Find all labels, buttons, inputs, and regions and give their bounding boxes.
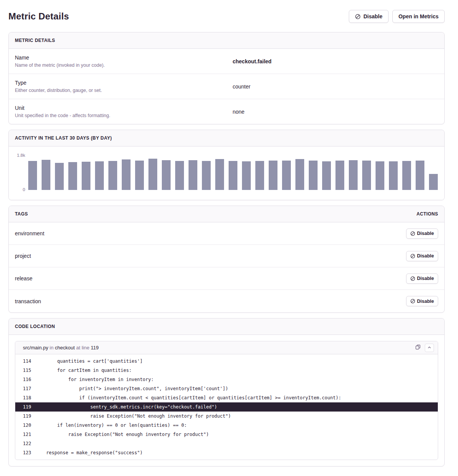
code-line: 117 print("> inventoryItem.count", inven…: [15, 384, 438, 393]
activity-bar: [122, 159, 131, 190]
code-line-text: response = make_response("success"): [35, 448, 438, 457]
metric-row-description: Name of the metric (invoked in your code…: [15, 63, 221, 68]
code-line: 115 for cartItem in quantities:: [15, 366, 438, 375]
activity-bar: [162, 160, 171, 190]
panel-tags-title: TAGS: [15, 211, 28, 217]
code-line-number: 117: [15, 384, 35, 393]
activity-bar: [322, 161, 331, 190]
panel-tags-header: TAGS ACTIONS: [9, 206, 444, 222]
tag-name: project: [15, 253, 31, 259]
topbar: Metric Details Disable Open in Metrics: [8, 10, 445, 23]
metric-row-value: checkout.failed: [233, 58, 272, 64]
disable-tag-button-label: Disable: [417, 299, 434, 304]
panel-metric-details-header: METRIC DETAILS: [9, 32, 444, 49]
collapse-code-button[interactable]: [425, 344, 434, 352]
open-in-metrics-button[interactable]: Open in Metrics: [392, 10, 445, 23]
panel-activity: ACTIVITY IN THE LAST 30 DAYS (BY DAY) 1.…: [8, 130, 445, 200]
code-line-number: 114: [15, 357, 35, 366]
disable-tag-button[interactable]: Disable: [406, 228, 438, 239]
metric-details-page: Metric Details Disable Open in Metrics M…: [0, 0, 458, 476]
code-line-number: 121: [15, 430, 35, 439]
disable-tag-button-label: Disable: [417, 276, 434, 281]
activity-bar: [282, 161, 291, 190]
disable-tag-button[interactable]: Disable: [406, 251, 438, 261]
code-line-number: 116: [15, 375, 35, 384]
open-in-metrics-label: Open in Metrics: [398, 13, 439, 19]
code-line-number: 119: [91, 345, 99, 351]
circle-slash-icon: [410, 276, 415, 281]
activity-bar: [335, 161, 344, 190]
code-line-number: 119: [15, 412, 35, 421]
chevron-up-icon: [427, 345, 431, 351]
y-axis-max-label: 1.8k: [9, 153, 25, 158]
code-line: 116 for inventoryItem in inventory:: [15, 375, 438, 384]
activity-bar: [202, 161, 211, 190]
activity-bar: [255, 161, 264, 190]
code-line: 119 sentry_sdk.metrics.incr(key="checkou…: [15, 402, 438, 412]
code-line-text: sentry_sdk.metrics.incr(key="checkout.fa…: [35, 402, 438, 412]
panel-activity-header: ACTIVITY IN THE LAST 30 DAYS (BY DAY): [9, 130, 444, 146]
panel-code-location-title: CODE LOCATION: [15, 324, 55, 329]
tag-row: project Disable: [9, 245, 444, 267]
code-location-body: src/main.py in checkout at line 119: [9, 335, 444, 466]
disable-tag-button[interactable]: Disable: [406, 273, 438, 284]
code-line-number: 118: [15, 393, 35, 402]
panel-code-location: CODE LOCATION src/main.py in checkout at…: [8, 318, 445, 466]
metric-detail-row: Name Name of the metric (invoked in your…: [9, 49, 444, 74]
code-lines: 114 quantities = cart['quantities'] 115 …: [15, 354, 438, 460]
code-frame: src/main.py in checkout at line 119: [15, 341, 438, 460]
activity-bar: [389, 161, 398, 190]
metric-row-label: Unit: [15, 105, 221, 111]
code-line-number: 122: [15, 439, 35, 448]
metric-row-left: Name Name of the metric (invoked in your…: [9, 49, 227, 74]
disable-tag-button[interactable]: Disable: [406, 296, 438, 306]
activity-bar: [429, 174, 438, 190]
code-line-text: for inventoryItem in inventory:: [35, 375, 438, 384]
code-line-text: raise Exception("Not enough inventory fo…: [35, 412, 438, 421]
code-frame-actions: [414, 343, 434, 352]
code-frame-header: src/main.py in checkout at line 119: [15, 341, 438, 354]
metric-row-right: checkout.failed: [227, 49, 445, 74]
activity-bar: [108, 161, 117, 190]
disable-tag-button-label: Disable: [417, 253, 434, 259]
code-line: 118 if (inventoryItem.count < quantities…: [15, 393, 438, 402]
code-line-number: 119: [15, 402, 35, 412]
activity-bar: [269, 161, 277, 190]
code-line-number: 120: [15, 421, 35, 430]
activity-bar: [349, 160, 358, 190]
topbar-actions: Disable Open in Metrics: [349, 10, 445, 23]
activity-bar: [95, 161, 104, 190]
activity-bar: [402, 161, 411, 190]
panel-code-location-header: CODE LOCATION: [9, 318, 444, 335]
metric-row-value: none: [233, 109, 245, 115]
metric-row-description: Unit specified in the code - affects for…: [15, 113, 221, 118]
code-line-text: if (inventoryItem.count < quantities[car…: [35, 393, 438, 402]
activity-bar: [148, 159, 157, 190]
metric-row-right: counter: [227, 74, 445, 99]
page-title: Metric Details: [8, 11, 69, 22]
disable-tag-button-label: Disable: [417, 231, 434, 236]
copy-icon: [415, 344, 421, 351]
activity-bar: [215, 159, 224, 190]
code-line-number: 123: [15, 448, 35, 457]
panel-metric-details: METRIC DETAILS Name Name of the metric (…: [8, 32, 445, 124]
metric-detail-row: Unit Unit specified in the code - affect…: [9, 99, 444, 124]
activity-bar-chart: 1.8k 0: [9, 146, 444, 200]
panel-activity-title: ACTIVITY IN THE LAST 30 DAYS (BY DAY): [15, 135, 112, 141]
copy-code-button[interactable]: [414, 343, 422, 352]
code-line-number: 115: [15, 366, 35, 375]
tags-actions-column-label: ACTIONS: [416, 211, 438, 217]
activity-bar: [376, 161, 384, 190]
code-line: 121 raise Exception("Not enough inventor…: [15, 430, 438, 439]
code-function-name: checkout: [55, 345, 75, 351]
activity-bar: [295, 159, 304, 190]
activity-bar: [416, 161, 424, 190]
code-line: 119 raise Exception("Not enough inventor…: [15, 412, 438, 421]
tag-name: environment: [15, 230, 44, 236]
metric-row-label: Type: [15, 80, 221, 86]
activity-bar: [362, 161, 371, 190]
disable-metric-button[interactable]: Disable: [349, 10, 389, 23]
activity-bar: [242, 161, 251, 190]
metric-row-left: Type Either counter, distribution, gauge…: [9, 74, 227, 99]
code-frame-title: src/main.py in checkout at line 119: [23, 345, 99, 351]
